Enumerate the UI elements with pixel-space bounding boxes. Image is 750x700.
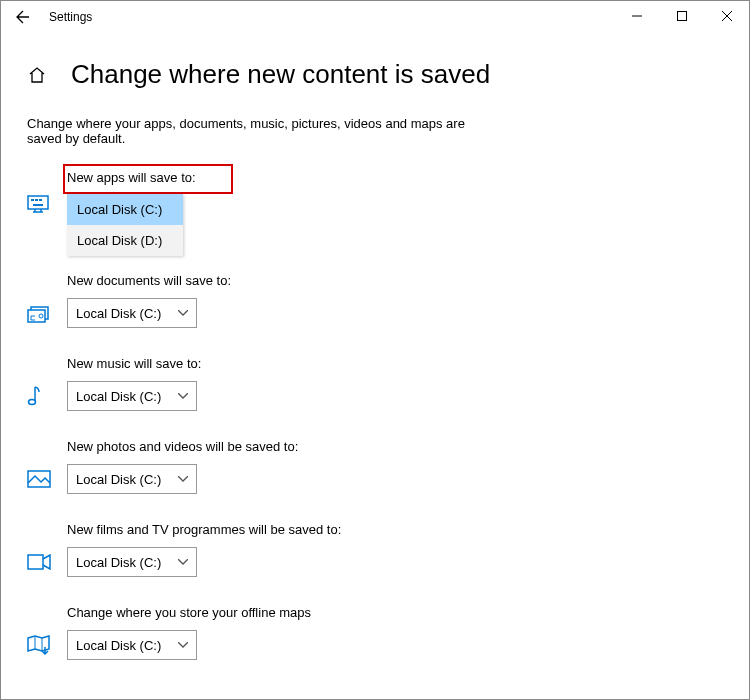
maximize-icon	[677, 11, 687, 21]
apps-option-d[interactable]: Local Disk (D:)	[67, 225, 183, 256]
section-documents: New documents will save to: Local Disk (…	[27, 273, 723, 328]
music-dropdown[interactable]: Local Disk (C:)	[67, 381, 197, 411]
films-icon	[27, 554, 51, 570]
svg-point-7	[39, 314, 43, 318]
maps-dropdown[interactable]: Local Disk (C:)	[67, 630, 197, 660]
documents-icon	[27, 303, 49, 323]
minimize-icon	[632, 11, 642, 21]
maps-dropdown-value: Local Disk (C:)	[76, 638, 161, 653]
section-photos: New photos and videos will be saved to: …	[27, 439, 723, 494]
documents-dropdown-value: Local Disk (C:)	[76, 306, 161, 321]
home-icon[interactable]	[27, 65, 51, 85]
minimize-button[interactable]	[614, 1, 659, 31]
svg-rect-10	[28, 555, 43, 569]
close-button[interactable]	[704, 1, 749, 31]
documents-dropdown[interactable]: Local Disk (C:)	[67, 298, 197, 328]
svg-rect-3	[35, 199, 38, 201]
svg-rect-4	[39, 199, 42, 201]
window-title: Settings	[49, 10, 92, 24]
content-area: Change where new content is saved Change…	[1, 33, 749, 660]
section-films: New films and TV programmes will be save…	[27, 522, 723, 577]
back-button[interactable]	[7, 1, 39, 33]
section-documents-label: New documents will save to:	[67, 273, 723, 288]
section-maps-label: Change where you store your offline maps	[67, 605, 723, 620]
chevron-down-icon	[178, 476, 188, 482]
chevron-down-icon	[178, 642, 188, 648]
page-heading: Change where new content is saved	[71, 59, 490, 90]
page-title-row: Change where new content is saved	[27, 59, 723, 90]
photos-dropdown-value: Local Disk (C:)	[76, 472, 161, 487]
section-photos-label: New photos and videos will be saved to:	[67, 439, 723, 454]
maximize-button[interactable]	[659, 1, 704, 31]
section-maps: Change where you store your offline maps…	[27, 605, 723, 660]
films-dropdown-value: Local Disk (C:)	[76, 555, 161, 570]
svg-rect-1	[28, 196, 48, 209]
chevron-down-icon	[178, 559, 188, 565]
apps-icon	[27, 195, 49, 213]
page-description: Change where your apps, documents, music…	[27, 116, 497, 146]
svg-rect-5	[33, 204, 43, 206]
photos-icon	[27, 470, 51, 488]
music-dropdown-value: Local Disk (C:)	[76, 389, 161, 404]
apps-dropdown-open: Local Disk (C:) Local Disk (D:)	[67, 194, 183, 256]
photos-dropdown[interactable]: Local Disk (C:)	[67, 464, 197, 494]
window-controls	[614, 1, 749, 31]
svg-rect-2	[31, 199, 34, 201]
back-arrow-icon	[15, 9, 31, 25]
svg-point-8	[29, 400, 36, 405]
close-icon	[722, 11, 732, 21]
chevron-down-icon	[178, 393, 188, 399]
films-dropdown[interactable]: Local Disk (C:)	[67, 547, 197, 577]
chevron-down-icon	[178, 310, 188, 316]
section-apps: New apps will save to: Local Disk (C:) L…	[27, 170, 723, 213]
apps-option-c[interactable]: Local Disk (C:)	[67, 194, 183, 225]
svg-rect-0	[677, 12, 686, 21]
maps-icon	[27, 635, 51, 655]
section-films-label: New films and TV programmes will be save…	[67, 522, 723, 537]
section-music: New music will save to: Local Disk (C:)	[27, 356, 723, 411]
music-icon	[27, 385, 45, 407]
section-music-label: New music will save to:	[67, 356, 723, 371]
section-apps-label: New apps will save to:	[67, 170, 723, 185]
